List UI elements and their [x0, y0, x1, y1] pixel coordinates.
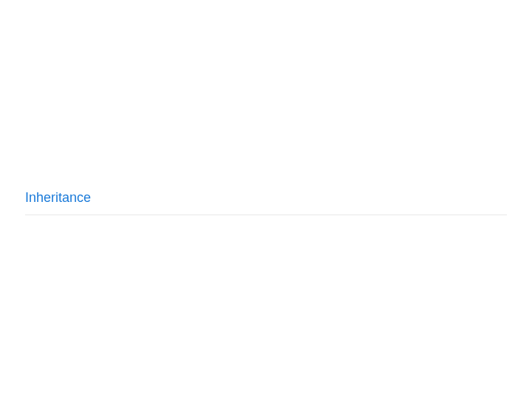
- section-heading: Inheritance: [25, 189, 91, 207]
- document-page: Inheritance: [0, 0, 532, 412]
- section-divider: [25, 215, 507, 215]
